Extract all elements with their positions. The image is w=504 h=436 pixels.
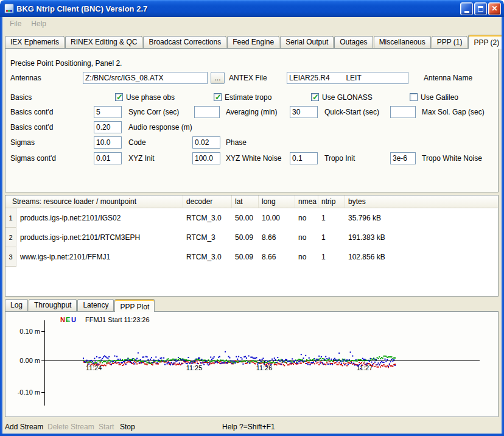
y-tick-label: 0.00 m — [19, 357, 40, 364]
delete-stream-button[interactable]: Delete Stream — [47, 423, 94, 431]
col-header-bytes[interactable]: bytes — [345, 195, 498, 208]
titlebar[interactable]: BKG Ntrip Client (BNC) Version 2.7 — [0, 0, 504, 17]
close-button[interactable] — [488, 2, 501, 15]
maximize-button[interactable] — [474, 2, 487, 15]
window-controls — [460, 2, 501, 15]
tab-miscellaneous[interactable]: Miscellaneous — [374, 36, 431, 48]
cell-long: 8.66 — [259, 247, 295, 267]
minimize-icon — [464, 11, 469, 13]
start-button[interactable]: Start — [99, 423, 114, 431]
add-stream-button[interactable]: Add Stream — [5, 423, 43, 431]
cell-lat: 50.09 — [232, 247, 259, 267]
max-sol-gap-input[interactable] — [390, 106, 416, 118]
averaging-input[interactable] — [194, 106, 220, 118]
tab-outages[interactable]: Outages — [334, 36, 373, 48]
ppp-panel: Precise Point Positioning, Panel 2. Ante… — [5, 48, 499, 192]
ppp-plot-panel: 0.10 m 0.00 m -0.10 m N E U FFMJ1 Start … — [5, 311, 499, 417]
tab-log[interactable]: Log — [5, 299, 28, 311]
stream-row[interactable]: 2 products.igs-ip.net:2101/RTCM3EPH RTCM… — [5, 228, 498, 247]
sync-corr-input[interactable] — [94, 106, 122, 118]
antennas-input[interactable] — [83, 72, 208, 84]
xyz-white-noise-input[interactable] — [192, 152, 220, 164]
sigmas-label: Sigmas — [10, 136, 35, 149]
col-header-decoder[interactable]: decoder — [183, 195, 232, 208]
cell-mountpoint: products.igs-ip.net:2101/IGS02 — [16, 208, 183, 228]
streams-header-row: Streams: resource loader / mountpoint de… — [5, 195, 498, 208]
menu-file[interactable]: File — [5, 18, 26, 29]
menu-help[interactable]: Help — [26, 18, 51, 29]
minimize-button[interactable] — [460, 2, 473, 15]
tropo-white-noise-input[interactable] — [390, 152, 416, 164]
antenna-name-label: Antenna Name — [424, 72, 472, 84]
cell-decoder: RTCM_3.0 — [183, 208, 232, 228]
xyz-white-noise-label: XYZ White Noise — [226, 152, 281, 164]
stream-row[interactable]: 3 www.igs-ip.net:2101/FFMJ1 RTCM_3.0 50.… — [5, 247, 498, 267]
cell-mountpoint: products.igs-ip.net:2101/RTCM3EPH — [16, 228, 183, 247]
col-header-long[interactable]: long — [259, 195, 295, 208]
xyz-init-label: XYZ Init — [128, 152, 155, 164]
bottom-tabbar: Log Throughput Latency PPP Plot — [5, 298, 155, 311]
sigmas-contd-label: Sigmas cont'd — [10, 152, 56, 164]
col-header-nmea[interactable]: nmea — [295, 195, 318, 208]
stop-button[interactable]: Stop — [120, 423, 135, 431]
use-phase-obs-checkbox[interactable] — [115, 93, 123, 101]
stream-row[interactable]: 1 products.igs-ip.net:2101/IGS02 RTCM_3.… — [5, 208, 498, 228]
maximize-icon — [478, 6, 483, 12]
audio-response-label: Audio response (m) — [128, 121, 192, 133]
tab-ppp-plot[interactable]: PPP Plot — [114, 299, 155, 312]
cell-nmea: no — [295, 228, 318, 247]
main-tabbar: IEX Ephemeris RINEX Editing & QC Broadca… — [5, 34, 499, 48]
use-glonass-checkbox[interactable] — [311, 93, 319, 101]
y-tick-label: -0.10 m — [18, 389, 40, 396]
col-header-lat[interactable]: lat — [232, 195, 259, 208]
use-galileo-label: Use Galileo — [421, 91, 458, 104]
cell-ntrip: 1 — [318, 247, 345, 267]
sigma-phase-input[interactable] — [192, 136, 220, 149]
col-header-ntrip[interactable]: ntrip — [318, 195, 345, 208]
sigma-phase-label: Phase — [226, 136, 247, 149]
quick-start-label: Quick-Start (sec) — [324, 106, 379, 118]
tab-broadcast-corrections[interactable]: Broadcast Corrections — [143, 36, 226, 48]
window-frame-right — [502, 17, 504, 436]
tab-ppp-1[interactable]: PPP (1) — [432, 36, 468, 48]
tab-latency[interactable]: Latency — [77, 299, 114, 311]
cell-nmea: no — [295, 247, 318, 267]
tropo-init-input[interactable] — [290, 152, 318, 164]
tropo-white-noise-label: Tropo White Noise — [422, 152, 482, 164]
cell-lat: 50.00 — [232, 208, 259, 228]
antenna-name-input[interactable] — [287, 72, 408, 84]
tab-rinex-editing-qc[interactable]: RINEX Editing & QC — [65, 36, 142, 48]
max-sol-gap-label: Max Sol. Gap (sec) — [422, 106, 485, 118]
antennas-label: Antennas — [10, 72, 41, 84]
help-hint: Help ?=Shift+F1 — [222, 423, 275, 431]
legend-up: U — [71, 316, 76, 323]
use-glonass-label: Use GLONASS — [322, 91, 373, 104]
averaging-label: Averaging (min) — [226, 106, 277, 118]
cell-long: 8.66 — [259, 228, 295, 247]
quick-start-input[interactable] — [290, 106, 318, 118]
tropo-init-label: Tropo Init — [324, 152, 355, 164]
tab-serial-output[interactable]: Serial Output — [280, 36, 334, 48]
tab-ppp-2[interactable]: PPP (2) — [468, 35, 504, 49]
estimate-tropo-checkbox[interactable] — [214, 93, 222, 101]
ppp-plot: 0.10 m 0.00 m -0.10 m N E U FFMJ1 Start … — [5, 312, 498, 417]
col-header-mountpoint[interactable]: Streams: resource loader / mountpoint — [5, 195, 183, 208]
tab-throughput[interactable]: Throughput — [29, 299, 77, 311]
sigma-code-input[interactable] — [94, 136, 122, 149]
bnc-window: BKG Ntrip Client (BNC) Version 2.7 File … — [0, 0, 504, 436]
cell-bytes: 102.856 kB — [345, 247, 498, 267]
row-number[interactable]: 2 — [5, 228, 16, 247]
row-number[interactable]: 1 — [5, 208, 16, 228]
audio-response-input[interactable] — [94, 121, 122, 133]
tab-ephemeris[interactable]: IEX Ephemeris — [5, 36, 65, 48]
use-galileo-checkbox[interactable] — [410, 93, 418, 101]
y-tick-label: 0.10 m — [19, 328, 40, 335]
antex-browse-button[interactable]: ... — [211, 72, 225, 84]
tab-feed-engine[interactable]: Feed Engine — [227, 36, 279, 48]
cell-lat: 50.09 — [232, 228, 259, 247]
xyz-init-input[interactable] — [94, 152, 122, 164]
cell-mountpoint: www.igs-ip.net:2101/FFMJ1 — [16, 247, 183, 267]
basics-contd2-label: Basics cont'd — [10, 121, 53, 133]
row-number[interactable]: 3 — [5, 247, 16, 267]
footer-toolbar: Add Stream Delete Stream Start Stop Help… — [2, 420, 502, 434]
